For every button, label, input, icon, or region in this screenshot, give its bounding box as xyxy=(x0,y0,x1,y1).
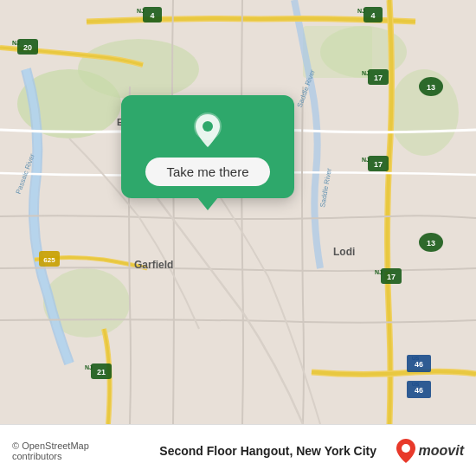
svg-text:4: 4 xyxy=(370,11,375,20)
svg-text:NJ: NJ xyxy=(362,70,370,76)
svg-text:20: 20 xyxy=(23,43,32,52)
svg-point-48 xyxy=(203,121,213,132)
svg-text:4: 4 xyxy=(150,11,154,20)
moovit-brand-text: moovit xyxy=(419,443,464,459)
svg-point-2 xyxy=(78,39,199,100)
moovit-pin-icon xyxy=(396,439,415,463)
svg-text:US: US xyxy=(412,356,419,361)
svg-text:17: 17 xyxy=(374,160,383,169)
svg-point-49 xyxy=(402,444,410,453)
map-background: 4 NJ 4 NJ 17 NJ 17 NJ 17 NJ 20 NJ 21 NJ … xyxy=(0,0,476,424)
location-popup: Take me there xyxy=(121,95,294,198)
svg-text:46: 46 xyxy=(415,360,423,369)
svg-text:US: US xyxy=(412,382,419,387)
svg-text:NJ: NJ xyxy=(375,269,383,275)
svg-text:NJ: NJ xyxy=(12,40,20,46)
svg-text:Lodi: Lodi xyxy=(333,246,355,258)
svg-text:21: 21 xyxy=(97,368,106,376)
svg-text:Garfield: Garfield xyxy=(134,259,173,271)
bottom-bar: © OpenStreetMap contributors Second Floo… xyxy=(0,424,476,476)
copyright-text: © OpenStreetMap contributors xyxy=(12,441,140,461)
svg-text:NJ: NJ xyxy=(362,157,370,163)
map-container: 4 NJ 4 NJ 17 NJ 17 NJ 17 NJ 20 NJ 21 NJ … xyxy=(0,0,476,424)
svg-text:13: 13 xyxy=(427,83,435,92)
svg-text:NJ: NJ xyxy=(357,8,365,14)
moovit-logo: moovit xyxy=(396,439,464,463)
location-pin-icon xyxy=(189,111,227,149)
take-me-there-button[interactable]: Take me there xyxy=(145,158,269,186)
svg-text:17: 17 xyxy=(387,273,396,281)
location-name: Second Floor Hangout, New York City xyxy=(159,444,376,458)
svg-text:13: 13 xyxy=(427,239,435,248)
svg-text:17: 17 xyxy=(374,74,383,82)
svg-text:625: 625 xyxy=(43,256,55,264)
svg-text:NJ: NJ xyxy=(85,364,93,370)
location-info: Second Floor Hangout, New York City xyxy=(140,444,396,458)
svg-text:46: 46 xyxy=(415,386,423,395)
svg-text:NJ: NJ xyxy=(137,8,145,14)
